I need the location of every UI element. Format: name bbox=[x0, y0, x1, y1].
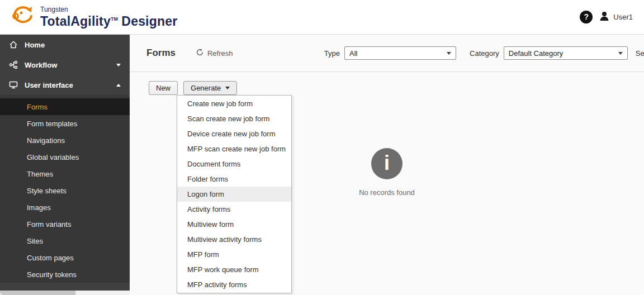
refresh-label: Refresh bbox=[207, 49, 233, 58]
page-title: Forms bbox=[146, 47, 176, 59]
sidebar-scrollbar-thumb[interactable] bbox=[0, 291, 75, 295]
type-select-value: All bbox=[349, 49, 357, 58]
brand-title: TotalAgilityTMDesigner bbox=[40, 14, 177, 29]
refresh-button[interactable]: Refresh bbox=[196, 48, 233, 58]
sidebar-item-security-tokens[interactable]: Security tokens bbox=[0, 266, 130, 283]
sidebar-item-global-variables[interactable]: Global variables bbox=[0, 149, 130, 165]
category-label: Category bbox=[470, 49, 499, 58]
type-label: Type bbox=[324, 49, 340, 58]
sidebar-item-navigations[interactable]: Navigations bbox=[0, 132, 130, 149]
sidebar-item-form-variants[interactable]: Form variants bbox=[0, 216, 130, 232]
user-icon bbox=[598, 10, 610, 25]
generate-button[interactable]: Generate bbox=[183, 81, 237, 95]
menu-item-activity-forms[interactable]: Activity forms bbox=[177, 202, 291, 217]
brand-name: TotalAgility bbox=[40, 14, 111, 28]
sidebar-item-form-templates[interactable]: Form templates bbox=[0, 115, 130, 132]
sidebar-item-label: User interface bbox=[25, 81, 73, 89]
menu-item-scan-create-new-job-form[interactable]: Scan create new job form bbox=[177, 111, 291, 126]
sidebar-item-user-interface[interactable]: User interface bbox=[0, 75, 130, 95]
new-button[interactable]: New bbox=[149, 81, 178, 95]
type-select[interactable]: All bbox=[344, 46, 456, 60]
info-icon: i bbox=[371, 148, 402, 179]
menu-item-create-new-job-form[interactable]: Create new job form bbox=[177, 96, 291, 111]
menu-item-mfp-scan-create-new-job-form[interactable]: MFP scan create new job form bbox=[177, 141, 291, 156]
generate-button-label: Generate bbox=[191, 84, 221, 92]
filter-bar: Type All Category Default Category Searc… bbox=[324, 46, 644, 60]
sidebar-item-sites[interactable]: Sites bbox=[0, 232, 130, 249]
menu-item-mfp-work-queue-form[interactable]: MFP work queue form bbox=[177, 262, 291, 277]
menu-item-folder-forms[interactable]: Folder forms bbox=[177, 172, 291, 187]
category-select-value: Default Category bbox=[509, 49, 564, 58]
brand-suffix: Designer bbox=[121, 14, 177, 28]
sidebar-item-custom-pages[interactable]: Custom pages bbox=[0, 249, 130, 266]
home-icon bbox=[9, 40, 18, 49]
main-content: Forms Refresh Type All bbox=[130, 35, 644, 295]
brand: Tungsten TotalAgilityTMDesigner bbox=[9, 4, 177, 30]
sidebar-item-home[interactable]: Home bbox=[0, 35, 130, 55]
sidebar-item-style-sheets[interactable]: Style sheets bbox=[0, 182, 130, 199]
sidebar-item-themes[interactable]: Themes bbox=[0, 165, 130, 182]
chevron-down-icon bbox=[618, 52, 623, 55]
menu-item-multiview-form[interactable]: Multiview form bbox=[177, 217, 291, 232]
brand-text: Tungsten TotalAgilityTMDesigner bbox=[40, 6, 177, 29]
user-interface-submenu: Forms Form templates Navigations Global … bbox=[0, 95, 130, 283]
help-icon[interactable]: ? bbox=[580, 11, 593, 23]
brand-trademark: TM bbox=[111, 16, 118, 22]
sidebar-item-label: Home bbox=[25, 41, 45, 49]
sidebar-scrollbar[interactable] bbox=[0, 291, 130, 295]
brand-tagline: Tungsten bbox=[40, 6, 177, 13]
monitor-icon bbox=[9, 80, 18, 89]
user-name: User1 bbox=[613, 13, 633, 21]
menu-item-device-create-new-job-form[interactable]: Device create new job form bbox=[177, 126, 291, 141]
category-select[interactable]: Default Category bbox=[504, 46, 628, 60]
chevron-down-icon bbox=[116, 64, 121, 66]
sidebar-item-images[interactable]: Images bbox=[0, 199, 130, 216]
sidebar-item-workflow[interactable]: Workflow bbox=[0, 55, 130, 75]
chevron-down-icon bbox=[225, 87, 230, 89]
app-window: Tungsten TotalAgilityTMDesigner ? User1 bbox=[0, 0, 644, 295]
sidebar-item-forms[interactable]: Forms bbox=[0, 98, 130, 115]
sidebar-item-label: Workflow bbox=[25, 61, 57, 69]
menu-item-document-forms[interactable]: Document forms bbox=[177, 156, 291, 172]
menu-item-mfp-form[interactable]: MFP form bbox=[177, 247, 291, 262]
user-menu[interactable]: User1 bbox=[598, 10, 633, 25]
tungsten-logo-icon bbox=[9, 4, 35, 30]
workflow-icon bbox=[9, 60, 18, 69]
chevron-down-icon bbox=[447, 52, 451, 55]
generate-menu: Create new job form Scan create new job … bbox=[177, 95, 292, 293]
menu-item-mfp-activity-forms[interactable]: MFP activity forms bbox=[177, 277, 291, 292]
menu-item-multiview-activity-forms[interactable]: Multiview activity forms bbox=[177, 232, 291, 247]
actions-bar: New Generate bbox=[149, 81, 644, 95]
menu-item-logon-form[interactable]: Logon form bbox=[177, 187, 291, 202]
forms-toolbar: Forms Refresh Type All bbox=[130, 35, 644, 72]
sidebar: Home Workflow User interface bbox=[0, 35, 130, 295]
search-label: Search bbox=[636, 49, 644, 58]
app-header: Tungsten TotalAgilityTMDesigner ? User1 bbox=[0, 0, 644, 35]
chevron-up-icon bbox=[116, 84, 121, 87]
header-right: ? User1 bbox=[580, 10, 633, 25]
refresh-icon bbox=[196, 48, 204, 58]
